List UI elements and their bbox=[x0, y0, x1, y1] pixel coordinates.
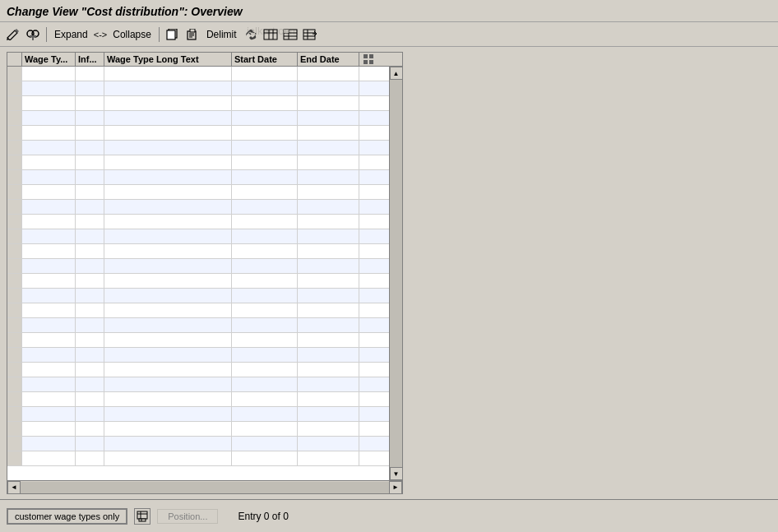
paste-icon[interactable] bbox=[184, 27, 201, 42]
separator-1 bbox=[46, 27, 47, 42]
table-row[interactable] bbox=[7, 407, 402, 422]
cell-start-date-4 bbox=[232, 126, 298, 140]
row-select-3[interactable] bbox=[7, 111, 22, 125]
table-row[interactable] bbox=[7, 67, 402, 81]
table-row[interactable] bbox=[7, 200, 402, 215]
row-select-15[interactable] bbox=[7, 289, 22, 303]
row-select-0[interactable] bbox=[7, 67, 22, 81]
row-select-5[interactable] bbox=[7, 141, 22, 155]
col-inf: Inf... bbox=[76, 53, 104, 66]
cell-start-date-14 bbox=[232, 274, 298, 288]
row-select-16[interactable] bbox=[7, 303, 22, 317]
cell-inf-15 bbox=[76, 289, 104, 303]
delimit-button[interactable]: Delimit bbox=[204, 28, 239, 41]
scroll-thumb[interactable] bbox=[390, 80, 402, 467]
row-select-22[interactable] bbox=[7, 392, 22, 406]
grid-icon-1[interactable] bbox=[262, 27, 279, 42]
table-row[interactable] bbox=[7, 81, 402, 96]
cell-end-date-25 bbox=[298, 437, 359, 451]
row-select-8[interactable] bbox=[7, 185, 22, 199]
row-select-18[interactable] bbox=[7, 333, 22, 347]
table-row[interactable] bbox=[7, 451, 402, 466]
table-row[interactable] bbox=[7, 126, 402, 141]
export-icon[interactable] bbox=[302, 27, 318, 42]
cell-end-date-22 bbox=[298, 392, 359, 406]
table-row[interactable] bbox=[7, 244, 402, 259]
edit-icon[interactable] bbox=[5, 27, 21, 42]
grid-icon-2[interactable] bbox=[282, 27, 299, 42]
row-select-21[interactable] bbox=[7, 377, 22, 391]
row-select-20[interactable] bbox=[7, 363, 22, 377]
table-row[interactable] bbox=[7, 363, 402, 377]
cell-long-text-22 bbox=[104, 392, 232, 406]
row-select-1[interactable] bbox=[7, 81, 22, 95]
collapse-button[interactable]: Collapse bbox=[110, 28, 154, 41]
table-row[interactable] bbox=[7, 392, 402, 407]
position-icon[interactable] bbox=[134, 508, 151, 525]
position-button[interactable]: Position... bbox=[157, 509, 218, 524]
vertical-scrollbar[interactable]: ▲ ▼ bbox=[389, 67, 402, 480]
row-select-2[interactable] bbox=[7, 96, 22, 110]
row-select-10[interactable] bbox=[7, 215, 22, 229]
table-row[interactable] bbox=[7, 333, 402, 348]
table-row[interactable] bbox=[7, 185, 402, 200]
cell-inf-8 bbox=[76, 185, 104, 199]
cell-inf-21 bbox=[76, 377, 104, 391]
cell-wage-type-6 bbox=[22, 155, 76, 169]
table-row[interactable] bbox=[7, 437, 402, 451]
separator-2 bbox=[159, 27, 160, 42]
row-select-23[interactable] bbox=[7, 407, 22, 421]
table-row[interactable] bbox=[7, 348, 402, 363]
cell-inf-17 bbox=[76, 318, 104, 332]
row-select-26[interactable] bbox=[7, 451, 22, 465]
row-select-9[interactable] bbox=[7, 200, 22, 214]
scroll-down-arrow[interactable]: ▼ bbox=[390, 467, 403, 480]
table-row[interactable] bbox=[7, 141, 402, 155]
scroll-up-arrow[interactable]: ▲ bbox=[390, 67, 403, 80]
cell-wage-type-1 bbox=[22, 81, 76, 95]
cell-start-date-20 bbox=[232, 363, 298, 377]
copy-icon[interactable] bbox=[164, 27, 181, 42]
table-row[interactable] bbox=[7, 155, 402, 170]
row-select-12[interactable] bbox=[7, 244, 22, 258]
row-select-19[interactable] bbox=[7, 348, 22, 362]
scroll-right-arrow[interactable]: ► bbox=[389, 481, 402, 494]
horizontal-scrollbar[interactable]: ◄ ► bbox=[7, 480, 402, 493]
expand-button[interactable]: Expand bbox=[52, 28, 90, 41]
row-select-14[interactable] bbox=[7, 274, 22, 288]
svg-rect-26 bbox=[369, 54, 373, 58]
table-row[interactable] bbox=[7, 318, 402, 333]
row-select-25[interactable] bbox=[7, 437, 22, 451]
row-select-13[interactable] bbox=[7, 259, 22, 273]
cell-inf-14 bbox=[76, 274, 104, 288]
row-select-24[interactable] bbox=[7, 422, 22, 436]
table-row[interactable] bbox=[7, 170, 402, 185]
cell-start-date-19 bbox=[232, 348, 298, 362]
cell-start-date-26 bbox=[232, 451, 298, 465]
cell-wage-type-8 bbox=[22, 185, 76, 199]
column-settings-icon[interactable] bbox=[359, 53, 377, 66]
row-select-11[interactable] bbox=[7, 229, 22, 243]
cell-end-date-17 bbox=[298, 318, 359, 332]
row-select-7[interactable] bbox=[7, 170, 22, 184]
row-select-6[interactable] bbox=[7, 155, 22, 169]
row-select-4[interactable] bbox=[7, 126, 22, 140]
cell-end-date-4 bbox=[298, 126, 359, 140]
table-row[interactable] bbox=[7, 229, 402, 244]
scroll-h-thumb[interactable] bbox=[21, 482, 389, 493]
find-icon[interactable] bbox=[25, 27, 41, 42]
cell-inf-2 bbox=[76, 96, 104, 110]
table-row[interactable] bbox=[7, 377, 402, 392]
table-row[interactable] bbox=[7, 303, 402, 318]
chain-icon[interactable] bbox=[243, 27, 259, 42]
table-row[interactable] bbox=[7, 274, 402, 289]
row-select-17[interactable] bbox=[7, 318, 22, 332]
table-row[interactable] bbox=[7, 215, 402, 229]
table-row[interactable] bbox=[7, 96, 402, 111]
customer-wage-types-button[interactable]: customer wage types only bbox=[7, 508, 127, 525]
table-row[interactable] bbox=[7, 111, 402, 126]
table-row[interactable] bbox=[7, 289, 402, 303]
table-row[interactable] bbox=[7, 422, 402, 437]
table-row[interactable] bbox=[7, 259, 402, 274]
scroll-left-arrow[interactable]: ◄ bbox=[7, 481, 21, 494]
